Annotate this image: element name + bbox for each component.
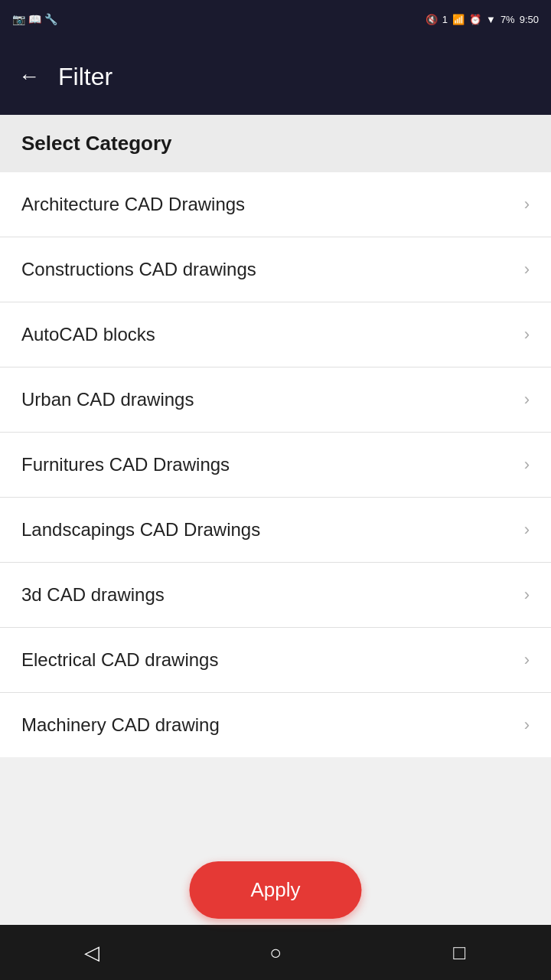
status-alarm-icon: ⏰ <box>469 14 481 25</box>
status-time: 9:50 <box>520 14 539 25</box>
chevron-right-icon: › <box>524 650 530 670</box>
category-item-label: Furnitures CAD Drawings <box>21 454 230 475</box>
status-wifi-icon: ▼ <box>486 14 496 25</box>
chevron-right-icon: › <box>524 455 530 475</box>
list-item[interactable]: Constructions CAD drawings› <box>0 237 551 302</box>
list-item[interactable]: Furnitures CAD Drawings› <box>0 433 551 498</box>
app-bar: ← Filter <box>0 38 551 115</box>
category-item-label: Constructions CAD drawings <box>21 259 256 280</box>
back-icon: ← <box>18 64 40 89</box>
chevron-right-icon: › <box>524 194 530 214</box>
list-item[interactable]: Machinery CAD drawing› <box>0 693 551 757</box>
chevron-right-icon: › <box>524 715 530 735</box>
apply-button-container: Apply <box>189 861 361 919</box>
category-item-label: Electrical CAD drawings <box>21 649 218 671</box>
back-button[interactable]: ← <box>18 64 40 89</box>
nav-back-button[interactable]: ◁ <box>69 929 115 975</box>
bottom-nav: ◁ ○ □ <box>0 925 551 980</box>
section-header: Select Category <box>0 115 551 172</box>
list-item[interactable]: Electrical CAD drawings› <box>0 628 551 693</box>
status-bar-right: 🔇 1 📶 ⏰ ▼ 7% 9:50 <box>425 14 539 25</box>
chevron-right-icon: › <box>524 260 530 279</box>
chevron-right-icon: › <box>524 390 530 410</box>
category-item-label: Architecture CAD Drawings <box>21 194 245 215</box>
status-bar-left: 📷 📖 🔧 <box>12 13 57 25</box>
chevron-right-icon: › <box>524 325 530 345</box>
status-signal-icon: 📶 <box>452 14 465 25</box>
nav-recent-button[interactable]: □ <box>436 929 482 975</box>
apply-button[interactable]: Apply <box>189 861 361 919</box>
list-item[interactable]: AutoCAD blocks› <box>0 302 551 368</box>
list-item[interactable]: Landscapings CAD Drawings› <box>0 498 551 563</box>
category-item-label: AutoCAD blocks <box>21 324 155 345</box>
status-bar: 📷 📖 🔧 🔇 1 📶 ⏰ ▼ 7% 9:50 <box>0 0 551 38</box>
status-icons: 📷 📖 🔧 <box>12 13 57 25</box>
status-mute-icon: 🔇 <box>425 14 438 25</box>
section-header-label: Select Category <box>21 132 172 155</box>
category-item-label: Landscapings CAD Drawings <box>21 519 260 541</box>
chevron-right-icon: › <box>524 585 530 605</box>
list-item[interactable]: 3d CAD drawings› <box>0 563 551 628</box>
list-item[interactable]: Urban CAD drawings› <box>0 368 551 433</box>
category-item-label: Urban CAD drawings <box>21 389 194 410</box>
category-list: Architecture CAD Drawings›Constructions … <box>0 172 551 757</box>
category-item-label: Machinery CAD drawing <box>21 714 220 736</box>
status-battery-text: 7% <box>500 14 515 25</box>
status-sim-icon: 1 <box>442 14 448 25</box>
list-item[interactable]: Architecture CAD Drawings› <box>0 172 551 237</box>
category-item-label: 3d CAD drawings <box>21 584 165 606</box>
page-title: Filter <box>58 63 112 91</box>
chevron-right-icon: › <box>524 520 530 540</box>
nav-home-button[interactable]: ○ <box>253 929 298 975</box>
